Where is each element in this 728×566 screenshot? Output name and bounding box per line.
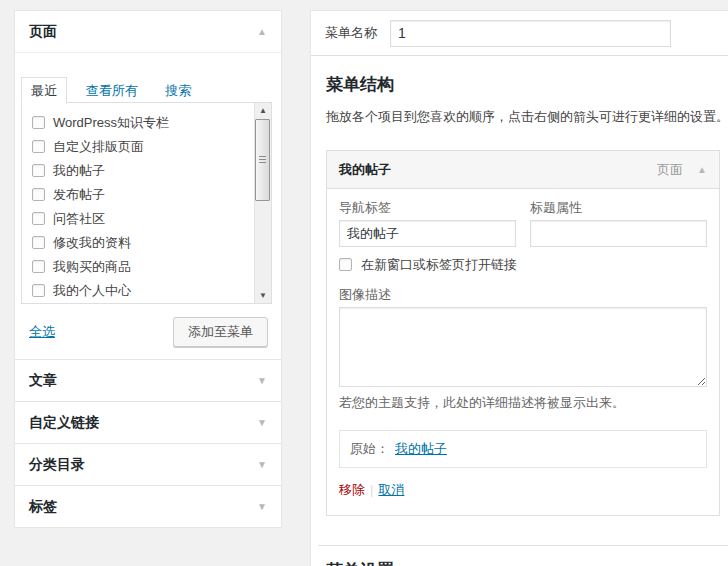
scroll-down-icon[interactable]: ▼ (255, 288, 271, 303)
tab-view-all[interactable]: 查看所有 (77, 78, 147, 103)
page-item-label: 我购买的商品 (53, 259, 131, 274)
pages-panel: 页面 ▲ 最近 查看所有 搜索 WordPress知识专栏 自定义排版页面 我的… (14, 10, 282, 360)
scrollbar-grip (259, 156, 266, 164)
list-item[interactable]: WordPress知识专栏 (32, 111, 245, 135)
description-label: 图像描述 (339, 286, 707, 304)
collapse-down-icon[interactable]: ▼ (257, 376, 267, 386)
collapse-down-icon[interactable]: ▼ (257, 502, 267, 512)
page-item-label: WordPress知识专栏 (53, 115, 169, 130)
nav-label-input[interactable] (339, 220, 516, 247)
page-item-label: 发布帖子 (53, 187, 105, 202)
checkbox[interactable] (32, 212, 45, 225)
page-item-label: 修改我的资料 (53, 235, 131, 250)
checkbox[interactable] (339, 258, 352, 271)
list-item[interactable]: 我购买的商品 (32, 255, 245, 279)
sidebar-panel-custom-links[interactable]: 自定义链接 ▼ (14, 401, 282, 444)
sidebar-panel-posts[interactable]: 文章 ▼ (14, 359, 282, 402)
remove-link[interactable]: 移除 (339, 482, 365, 497)
menu-item-handle[interactable]: 我的帖子 页面 ▲ (327, 151, 719, 189)
collapse-up-icon[interactable]: ▲ (697, 165, 707, 175)
pages-tabs: 最近 查看所有 搜索 (21, 77, 272, 103)
original-item-link[interactable]: 我的帖子 (395, 441, 447, 456)
panel-title: 文章 (29, 372, 57, 390)
menu-structure-instruction: 拖放各个项目到您喜欢的顺序，点击右侧的箭头可进行更详细的设置。 (326, 108, 728, 126)
menu-item-title: 我的帖子 (339, 161, 391, 179)
menu-name-label: 菜单名称 (325, 24, 377, 42)
panel-title: 分类目录 (29, 456, 85, 474)
pages-list-panel: WordPress知识专栏 自定义排版页面 我的帖子 发布帖子 问答社区 修改我… (21, 102, 272, 304)
title-attr-label: 标题属性 (530, 199, 707, 217)
menu-item-actions: 移除|取消 (339, 481, 707, 499)
add-to-menu-button[interactable]: 添加至菜单 (173, 317, 268, 347)
original-label: 原始： (350, 441, 389, 456)
scroll-up-icon[interactable]: ▲ (255, 103, 271, 118)
list-item[interactable]: 问答社区 (32, 207, 245, 231)
checkbox[interactable] (32, 164, 45, 177)
pages-panel-body: 最近 查看所有 搜索 WordPress知识专栏 自定义排版页面 我的帖子 发布… (15, 53, 281, 360)
pages-panel-title: 页面 (29, 23, 57, 41)
page-item-label: 问答社区 (53, 211, 105, 226)
list-item[interactable]: 修改我的资料 (32, 231, 245, 255)
menu-structure-heading: 菜单结构 (326, 73, 728, 96)
checkbox[interactable] (32, 116, 45, 129)
checkbox[interactable] (32, 284, 45, 297)
cancel-link[interactable]: 取消 (378, 482, 404, 497)
collapse-down-icon[interactable]: ▼ (257, 460, 267, 470)
open-new-tab-row[interactable]: 在新窗口或标签页打开链接 (339, 256, 707, 274)
page-item-label: 我的个人中心 (53, 283, 131, 298)
list-item[interactable]: 我的帖子 (32, 159, 245, 183)
checkbox[interactable] (32, 140, 45, 153)
page-item-label: 我的帖子 (53, 163, 105, 178)
section-divider (318, 545, 728, 546)
tab-search[interactable]: 搜索 (156, 78, 200, 103)
sidebar-panel-tags[interactable]: 标签 ▼ (14, 485, 282, 528)
sidebar-panel-categories[interactable]: 分类目录 ▼ (14, 443, 282, 486)
pages-panel-header[interactable]: 页面 ▲ (15, 11, 281, 53)
original-item-box: 原始：我的帖子 (339, 430, 707, 468)
list-item[interactable]: 发布帖子 (32, 183, 245, 207)
description-textarea[interactable] (339, 307, 707, 387)
menu-name-input[interactable] (390, 20, 671, 47)
menu-item-settings: 导航标签 标题属性 在新窗口或标签页打开链接 图像描述 若您的主题支持，此处的详… (327, 189, 719, 515)
list-scrollbar[interactable]: ▲ ▼ (254, 103, 271, 303)
collapse-up-icon[interactable]: ▲ (257, 27, 267, 37)
action-separator: | (370, 482, 373, 497)
list-item[interactable]: 自定义排版页面 (32, 135, 245, 159)
collapse-down-icon[interactable]: ▼ (257, 418, 267, 428)
open-new-tab-label: 在新窗口或标签页打开链接 (361, 257, 517, 272)
nav-label-label: 导航标签 (339, 199, 516, 217)
checkbox[interactable] (32, 260, 45, 273)
checkbox[interactable] (32, 188, 45, 201)
checkbox[interactable] (32, 236, 45, 249)
menu-item-card: 我的帖子 页面 ▲ 导航标签 标题属性 (326, 150, 720, 516)
menu-items-sidebar: 页面 ▲ 最近 查看所有 搜索 WordPress知识专栏 自定义排版页面 我的… (14, 10, 282, 528)
menu-editor-panel: 菜单名称 菜单结构 拖放各个项目到您喜欢的顺序，点击右侧的箭头可进行更详细的设置… (310, 10, 728, 566)
scrollbar-thumb[interactable] (255, 119, 270, 201)
panel-title: 标签 (29, 498, 57, 516)
pages-checklist: WordPress知识专栏 自定义排版页面 我的帖子 发布帖子 问答社区 修改我… (22, 103, 271, 303)
pages-panel-footer: 全选 添加至菜单 (21, 317, 272, 347)
menu-editor-body: 菜单结构 拖放各个项目到您喜欢的顺序，点击右侧的箭头可进行更详细的设置。 我的帖… (311, 56, 728, 566)
select-all-link[interactable]: 全选 (29, 323, 55, 341)
title-attr-input[interactable] (530, 220, 707, 247)
menu-settings-heading: 菜单设置 (326, 559, 728, 566)
menu-item-type-label: 页面 (657, 161, 683, 179)
page-item-label: 自定义排版页面 (53, 139, 144, 154)
menu-name-row: 菜单名称 (311, 11, 728, 56)
list-item[interactable]: 我的个人中心 (32, 279, 245, 303)
description-help-text: 若您的主题支持，此处的详细描述将被显示出来。 (339, 394, 707, 412)
tab-recent[interactable]: 最近 (21, 77, 67, 104)
panel-title: 自定义链接 (29, 414, 99, 432)
